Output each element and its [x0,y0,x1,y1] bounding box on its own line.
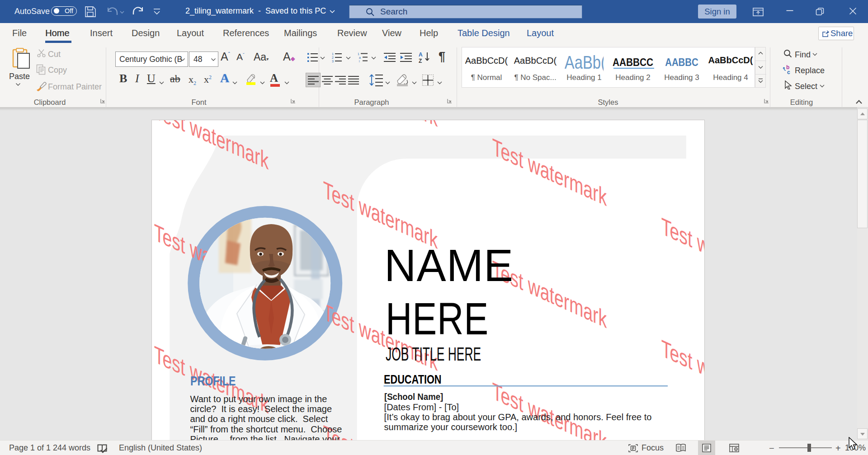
svg-text:Z: Z [419,58,422,63]
svg-text:A: A [419,52,423,58]
svg-text:Test watermark: Test watermark [661,213,704,291]
svg-text:Test watermark: Test watermark [661,335,704,413]
svg-text:1: 1 [332,52,334,56]
svg-text:3: 3 [332,60,334,63]
svg-text:Test watermark: Test watermark [323,120,438,132]
svg-text:1: 1 [358,52,359,56]
svg-text:i: i [359,60,360,63]
svg-text:2: 2 [332,56,334,59]
svg-text:a: a [359,56,361,59]
svg-text:c: c [787,69,790,75]
